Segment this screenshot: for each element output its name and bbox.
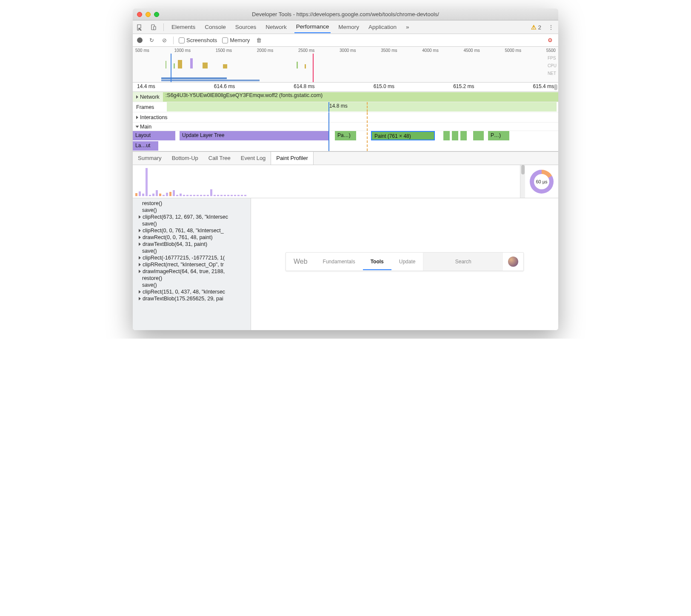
spark-bar[interactable]: [173, 190, 175, 196]
inspect-icon[interactable]: [136, 23, 144, 31]
garbage-collect-icon[interactable]: 🗑: [255, 37, 263, 44]
paint-command[interactable]: clipRect(151, 0, 437, 48, "kIntersec: [133, 288, 251, 295]
event-paint[interactable]: [460, 131, 467, 140]
spark-bar[interactable]: [224, 195, 226, 196]
device-toggle-icon[interactable]: [150, 23, 157, 31]
expand-icon[interactable]: [139, 297, 141, 300]
preview-updates[interactable]: Update: [391, 259, 423, 265]
spark-bar[interactable]: [142, 194, 144, 196]
spark-bar[interactable]: [197, 195, 199, 196]
spark-bar[interactable]: [227, 195, 229, 196]
spark-bar[interactable]: [190, 195, 192, 196]
expand-icon[interactable]: [139, 215, 141, 219]
spark-bar[interactable]: [159, 194, 161, 196]
sparkline-bars[interactable]: [133, 165, 520, 198]
frames-row[interactable]: Frames 14.8 ms: [133, 102, 558, 112]
overview-strip[interactable]: 500 ms 1000 ms 1500 ms 2000 ms 2500 ms 3…: [133, 47, 558, 83]
spark-bar[interactable]: [149, 195, 151, 196]
event-paint-selected[interactable]: Paint (761 × 48): [371, 131, 435, 140]
tab-paint-profiler[interactable]: Paint Profiler: [271, 152, 313, 165]
event-paint-small[interactable]: Pa…): [335, 131, 356, 140]
expand-icon[interactable]: [139, 263, 141, 266]
spark-bar[interactable]: [180, 194, 182, 196]
spark-bar[interactable]: [220, 195, 223, 196]
maximize-button[interactable]: [154, 12, 159, 17]
paint-command[interactable]: clipRRect(rrect, "kIntersect_Op", tr: [133, 261, 251, 268]
spark-bar[interactable]: [234, 195, 236, 196]
paint-command[interactable]: restore(): [133, 275, 251, 282]
warning-badge[interactable]: ⚠ 2: [531, 24, 541, 31]
network-resource[interactable]: :S6g4U3t-Y5UEw0lE80llgEseQY3FEmqw.woff2 …: [163, 92, 558, 102]
paint-command[interactable]: drawImageRect(64, 64, true, 2188,: [133, 268, 251, 275]
capture-settings-icon[interactable]: ⚙: [546, 37, 554, 44]
paint-command[interactable]: drawTextBlob(64, 31, paint): [133, 241, 251, 248]
event-paint[interactable]: [473, 131, 484, 140]
preview-tools[interactable]: Tools: [363, 253, 391, 270]
spark-bar[interactable]: [210, 189, 212, 196]
spark-bar[interactable]: [183, 195, 185, 196]
spark-bar[interactable]: [244, 195, 246, 196]
paint-command[interactable]: clipRect(-16777215, -16777215, 1(: [133, 254, 251, 261]
event-layout[interactable]: Layout: [133, 131, 175, 140]
spark-bar[interactable]: [166, 193, 168, 196]
event-paint[interactable]: [452, 131, 458, 140]
paint-preview[interactable]: Web Fundamentals Tools Update Search: [251, 198, 558, 330]
interactions-row[interactable]: Interactions: [133, 112, 558, 123]
spark-bar[interactable]: [193, 195, 195, 196]
event-update-layer-tree[interactable]: Update Layer Tree: [180, 131, 328, 140]
tab-application[interactable]: Application: [367, 21, 398, 33]
close-button[interactable]: [137, 12, 142, 17]
paint-command[interactable]: restore(): [133, 200, 251, 207]
preview-search[interactable]: Search: [423, 253, 503, 271]
expand-icon[interactable]: [139, 256, 141, 260]
kebab-menu[interactable]: ⋮: [547, 23, 555, 31]
paint-command[interactable]: drawRect(0, 0, 761, 48, paint): [133, 234, 251, 241]
paint-command[interactable]: save(): [133, 220, 251, 227]
ruler-scrollbar[interactable]: [554, 84, 557, 90]
spark-bar[interactable]: [217, 195, 219, 196]
reload-record-button[interactable]: ↻: [148, 37, 155, 44]
spark-bar[interactable]: [169, 192, 171, 196]
main-row-header[interactable]: Main: [133, 123, 558, 131]
clear-button[interactable]: ⊘: [160, 37, 168, 44]
expand-icon[interactable]: [139, 270, 141, 273]
expand-icon[interactable]: [139, 236, 141, 239]
spark-bar[interactable]: [186, 195, 188, 196]
spark-bar[interactable]: [163, 195, 165, 196]
spark-bar[interactable]: [146, 168, 148, 196]
tab-call-tree[interactable]: Call Tree: [203, 152, 236, 165]
overview-graph[interactable]: [133, 54, 542, 82]
spark-bar[interactable]: [156, 190, 158, 196]
spark-bar[interactable]: [231, 195, 233, 196]
tab-network[interactable]: Network: [264, 21, 288, 33]
expand-icon[interactable]: [139, 290, 141, 294]
memory-checkbox[interactable]: Memory: [222, 37, 250, 44]
event-paint[interactable]: [443, 131, 450, 140]
event-paint-more[interactable]: P…): [488, 131, 509, 140]
screenshots-checkbox[interactable]: Screenshots: [179, 37, 217, 44]
expand-icon[interactable]: [139, 229, 141, 232]
spark-bar[interactable]: [200, 195, 202, 196]
spark-bar[interactable]: [139, 191, 141, 196]
record-button[interactable]: [137, 37, 143, 43]
tab-memory[interactable]: Memory: [337, 21, 361, 33]
spark-bar[interactable]: [207, 195, 209, 196]
spark-bar[interactable]: [214, 195, 216, 196]
paint-command[interactable]: save(): [133, 282, 251, 288]
tab-event-log[interactable]: Event Log: [236, 152, 271, 165]
paint-profiler-sparkline[interactable]: 60 µs: [133, 165, 558, 198]
preview-fundamentals[interactable]: Fundamentals: [315, 259, 363, 265]
spark-bar[interactable]: [203, 195, 206, 196]
detail-ruler[interactable]: 14.4 ms 614.6 ms 614.8 ms 615.0 ms 615.2…: [133, 83, 558, 92]
spark-bar[interactable]: [176, 195, 178, 196]
spark-bar[interactable]: [152, 194, 154, 196]
spark-bar[interactable]: [241, 195, 243, 196]
tabs-overflow[interactable]: »: [404, 21, 411, 33]
tab-console[interactable]: Console: [203, 21, 228, 33]
sparkline-scrollbar[interactable]: [520, 165, 525, 198]
tab-summary[interactable]: Summary: [133, 152, 167, 165]
tab-elements[interactable]: Elements: [170, 21, 197, 33]
paint-command[interactable]: save(): [133, 248, 251, 254]
preview-web[interactable]: Web: [286, 258, 315, 265]
paint-command[interactable]: drawTextBlob(175.265625, 29, pai: [133, 295, 251, 302]
